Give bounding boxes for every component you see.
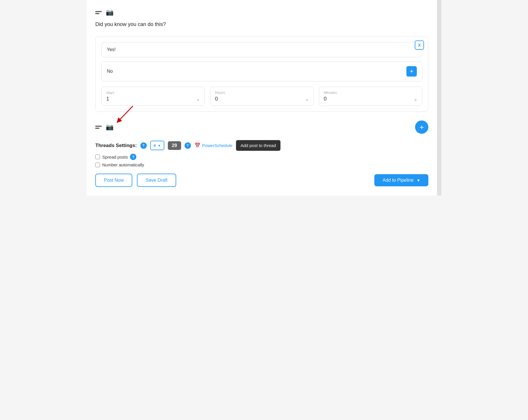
days-value: 1 (106, 96, 109, 102)
top-toolbar: 📷 (95, 9, 428, 16)
arrow-section: 📷 + (95, 120, 428, 134)
post-text-yes: Yes! (107, 47, 116, 52)
circle-add-button[interactable]: + (415, 120, 428, 134)
post-item-no[interactable]: No + (101, 61, 422, 81)
number-auto-checkbox[interactable] (95, 163, 100, 167)
threads-help-icon[interactable]: ? (140, 142, 147, 149)
schedule-help-icon[interactable]: ? (185, 142, 191, 149)
bars-icon (95, 11, 102, 14)
spread-posts-checkbox[interactable] (95, 155, 100, 159)
thread-card: X Yes! No + days 1 ⌄ Hou (95, 36, 428, 112)
hash-dropdown[interactable]: # ▼ (150, 141, 164, 150)
threads-settings: Threads Settings: ? # ▼ 29 ? 📅 PowerSche… (95, 140, 428, 167)
add-to-pipeline-label: Add to Pipeline (382, 178, 414, 183)
bars-icon-2 (95, 126, 102, 129)
power-schedule-label: PowerSchedule (202, 143, 233, 148)
add-post-button[interactable]: + (406, 66, 417, 77)
post-text-no: No (107, 69, 113, 74)
post-now-button[interactable]: Post Now (95, 174, 132, 187)
minutes-select[interactable]: Minutes 0 ⌄ (319, 87, 422, 106)
number-auto-label: Number automatically (102, 162, 144, 167)
pipeline-tri-icon: ▼ (417, 178, 420, 183)
hours-value: 0 (215, 96, 218, 102)
second-toolbar: 📷 + (95, 120, 428, 134)
calendar-icon: 📅 (194, 142, 200, 148)
post-item-yes[interactable]: Yes! (101, 42, 422, 57)
threads-settings-label: Threads Settings: (95, 143, 137, 148)
power-schedule-button[interactable]: 📅 PowerSchedule (194, 142, 233, 148)
save-draft-button[interactable]: Save Draft (137, 174, 176, 187)
days-select[interactable]: days 1 ⌄ (101, 87, 205, 106)
add-post-tooltip: Add post to thread (236, 140, 281, 151)
hours-label: Hours (215, 90, 308, 95)
minutes-value: 0 (324, 96, 327, 102)
hours-select[interactable]: Hours 0 ⌄ (210, 87, 313, 106)
page-wrapper: 📷 Did you know you can do this? X Yes! N… (87, 0, 441, 196)
spread-posts-row: Spread posts ? (95, 154, 428, 160)
hash-tri-icon: ▼ (158, 144, 161, 147)
scrollbar-track[interactable] (437, 0, 441, 196)
question-text: Did you know you can do this? (95, 21, 428, 27)
minutes-label: Minutes (324, 90, 417, 95)
main-content: 📷 Did you know you can do this? X Yes! N… (87, 0, 437, 196)
spread-posts-label: Spread posts (102, 155, 128, 159)
minutes-chevron-icon: ⌄ (414, 97, 417, 101)
days-chevron-icon: ⌄ (196, 97, 200, 101)
count-badge: 29 (168, 141, 181, 150)
settings-row-main: Threads Settings: ? # ▼ 29 ? 📅 PowerSche… (95, 140, 428, 151)
close-button[interactable]: X (415, 40, 424, 50)
number-auto-row: Number automatically (95, 162, 428, 167)
hash-symbol: # (154, 143, 156, 148)
time-selectors: days 1 ⌄ Hours 0 ⌄ Minutes 0 (101, 87, 422, 106)
camera-icon-2[interactable]: 📷 (106, 123, 114, 131)
camera-icon[interactable]: 📷 (106, 9, 114, 16)
bottom-buttons: Post Now Save Draft Add to Pipeline ▼ (95, 174, 428, 187)
add-to-pipeline-button[interactable]: Add to Pipeline ▼ (374, 174, 428, 186)
spread-posts-help-icon[interactable]: ? (130, 154, 136, 160)
days-label: days (106, 90, 200, 95)
hours-chevron-icon: ⌄ (305, 97, 309, 101)
